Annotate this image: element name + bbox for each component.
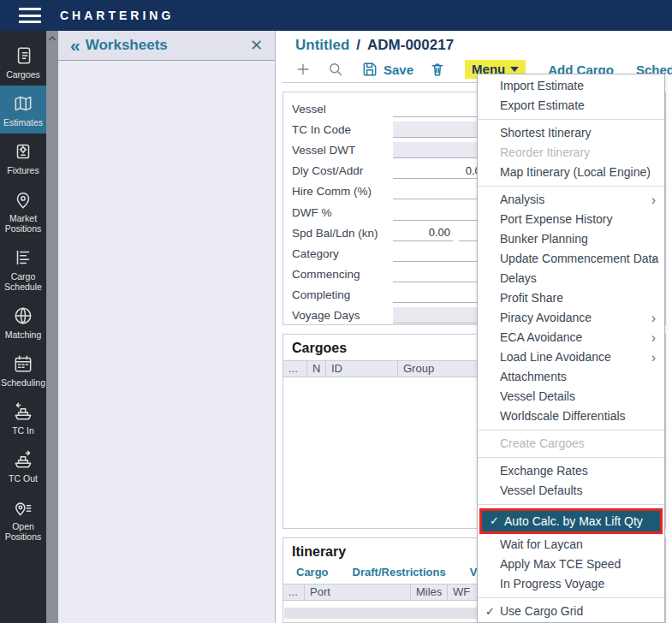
tc-out-icon [12,448,34,471]
app-title: CHARTERING [60,9,174,22]
menu-item-export-estimate[interactable]: Export Estimate [478,96,664,116]
nav-scrollbar[interactable] [46,31,58,623]
sidebar-item-label: Fixtures [7,165,39,175]
menu-item-label: Import Estimate [500,79,584,92]
app-window: CHARTERING CargoesEstimatesFixturesMarke… [0,0,672,623]
menu-dropdown: Import EstimateExport EstimateShortest I… [477,74,665,623]
sidebar-item-estimates[interactable]: Estimates [0,86,46,134]
menu-item-shortest-itinerary[interactable]: Shortest Itinerary [478,123,664,143]
sidebar-item-market-positions[interactable]: Market Positions [0,181,46,240]
save-button[interactable]: Save [361,61,413,78]
menu-item-exchange-rates[interactable]: Exchange Rates [478,461,664,481]
field-label: Completing [292,288,393,301]
menu-item-label: Analysis [500,193,544,206]
column-header-port[interactable]: Port [304,584,410,600]
submenu-arrow-icon: › [651,347,656,367]
collapse-panel-icon[interactable]: « [70,37,80,54]
dly-cost-addr-input[interactable]: 0.00 [393,163,490,179]
fixtures-icon [12,140,34,163]
menu-item-in-progress-voyage[interactable]: In Progress Voyage [478,574,664,594]
menu-item-vessel-defaults[interactable]: Vessel Defaults [478,481,664,501]
annotation-highlight-box: ✓Auto Calc. by Max Lift Qty [479,508,663,534]
column-header-miles[interactable]: Miles [410,584,447,600]
menu-item-load-line-avoidance[interactable]: Load Line Avoidance› [478,347,664,367]
sidebar-item-label: Matching [5,329,42,340]
sidebar-item-label: Open Positions [0,521,46,542]
sidebar-item-tc-in[interactable]: TC In [0,394,46,442]
field-label: TC In Code [292,123,393,136]
menu-item-label: ECA Avoidance [500,330,582,344]
menu-item-label: Shortest Itinerary [500,126,592,139]
delete-icon[interactable] [429,61,446,78]
menu-item-vessel-details[interactable]: Vessel Details [478,387,664,406]
menu-item-label: Apply Max TCE Speed [500,557,621,571]
menu-item-use-cargo-grid[interactable]: ✓Use Cargo Grid [478,602,664,621]
search-icon[interactable] [327,61,344,78]
sidebar-item-label: TC Out [9,473,38,484]
cargo-schedule-icon [12,246,34,269]
sidebar-item-label: TC In [12,425,34,436]
add-icon[interactable] [294,61,312,78]
sidebar-item-tc-out[interactable]: TC Out [0,442,46,490]
open-positions-icon [12,496,34,519]
column-header-n[interactable]: N [306,361,325,377]
top-bar: CHARTERING [0,0,672,31]
menu-item-update-commencement-data[interactable]: Update Commencement Data› [478,249,664,269]
spd-bal-ldn-kn-input[interactable]: 0.00 [393,225,453,241]
worksheets-panel: « Worksheets ✕ [58,31,276,623]
menu-item-label: Delays [500,271,537,285]
field-label: Vessel DWT [292,144,393,157]
sidebar-item-label: Estimates [3,117,43,128]
menu-item-label: Export Estimate [500,98,585,112]
field-label: Category [292,247,393,260]
menu-item-label: In Progress Voyage [500,577,604,590]
sidebar-item-cargo-schedule[interactable]: Cargo Schedule [0,240,46,298]
sidebar-item-open-positions[interactable]: Open Positions [0,490,46,548]
sidebar-item-matching[interactable]: Matching [0,298,46,346]
menu-item-label: Worldscale Differentials [500,409,626,423]
menu-item-piracy-avoidance[interactable]: Piracy Avoidance› [478,308,664,328]
worksheets-title: Worksheets [86,37,250,54]
sidebar-item-label: Scheduling [1,377,45,388]
menu-item-label: Reorder Itinerary [500,145,590,159]
column-header-[interactable]: ... [283,584,304,600]
menu-item-map-itinerary-local-engine[interactable]: Map Itinerary (Local Engine) [478,163,664,182]
menu-item-eca-avoidance[interactable]: ECA Avoidance› [478,328,664,347]
menu-item-reorder-itinerary: Reorder Itinerary [478,143,664,163]
menu-item-label: Update Commencement Data [500,252,658,265]
hamburger-menu-icon[interactable] [19,8,41,23]
menu-item-port-expense-history[interactable]: Port Expense History [478,210,664,229]
menu-item-label: Map Itinerary (Local Engine) [500,165,651,179]
menu-item-wait-for-laycan[interactable]: Wait for Laycan [478,535,664,555]
checkmark-icon: ✓ [485,602,495,621]
sidebar-item-label: Cargo Schedule [0,271,46,292]
menu-item-profit-share[interactable]: Profit Share [478,288,664,308]
sidebar-item-cargoes[interactable]: Cargoes [0,38,46,86]
field-label: Commencing [292,268,393,281]
close-icon[interactable]: ✕ [250,36,263,55]
column-header-[interactable]: ... [283,361,306,377]
menu-item-label: Exchange Rates [500,464,588,478]
menu-item-auto-calc-by-max-lift-qty[interactable]: ✓Auto Calc. by Max Lift Qty [482,511,660,531]
menu-item-delays[interactable]: Delays [478,269,664,288]
menu-item-worldscale-differentials[interactable]: Worldscale Differentials [478,406,664,426]
field-label: Dly Cost/Addr [292,164,393,177]
itinerary-tab-draft-restrictions[interactable]: Draft/Restrictions [353,566,446,578]
sidebar-item-fixtures[interactable]: Fixtures [0,134,46,181]
sidebar-item-scheduling[interactable]: Scheduling [0,346,46,394]
menu-item-apply-max-tce-speed[interactable]: Apply Max TCE Speed [478,555,664,574]
menu-item-analysis[interactable]: Analysis› [478,190,664,210]
itinerary-tab-cargo[interactable]: Cargo [296,566,329,578]
submenu-arrow-icon: › [651,190,656,210]
chevron-down-icon [510,67,519,72]
menu-item-label: Auto Calc. by Max Lift Qty [504,514,643,528]
document-name: Untitled [295,37,349,54]
menu-item-bunker-planning[interactable]: Bunker Planning [478,229,664,249]
menu-item-import-estimate[interactable]: Import Estimate [478,76,664,96]
menu-item-attachments[interactable]: Attachments [478,367,664,387]
field-value: 0.00 [429,226,450,239]
column-header-id[interactable]: ID [325,361,397,377]
menu-item-create-cargoes: Create Cargoes [478,434,664,454]
worksheets-header: « Worksheets ✕ [58,31,275,61]
menu-separator [478,597,664,598]
